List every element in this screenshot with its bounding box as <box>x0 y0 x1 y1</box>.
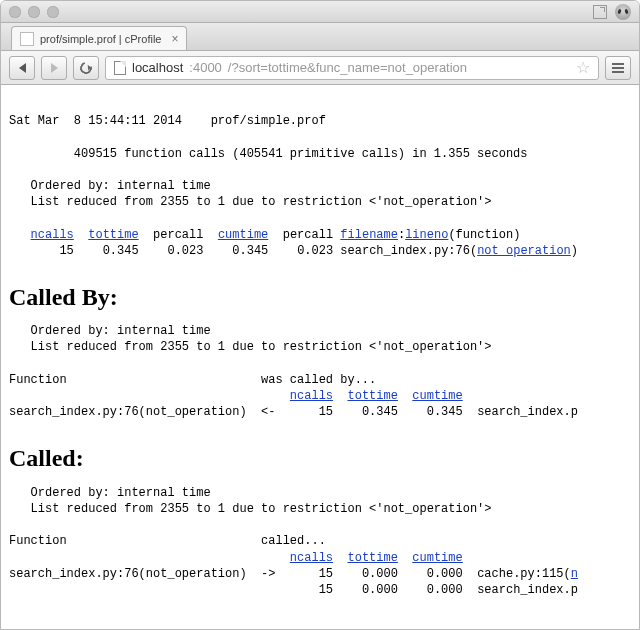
forward-button[interactable] <box>41 56 67 80</box>
called-col-function: Function <box>9 534 67 548</box>
page-content: Sat Mar 8 15:44:11 2014 prof/simple.prof… <box>1 85 639 606</box>
col-header-filename[interactable]: filename <box>340 228 398 242</box>
fullscreen-icon[interactable] <box>593 5 607 19</box>
called-r1-callee-pre: cache.py:115( <box>477 567 571 581</box>
col-header-lineno[interactable]: lineno <box>405 228 448 242</box>
called-r2-callee: search_index.p <box>477 583 578 597</box>
called-by-col-ncalls[interactable]: ncalls <box>290 389 333 403</box>
reload-icon <box>78 59 94 75</box>
called-by-arrow: <- <box>261 405 275 419</box>
bookmark-star-icon[interactable]: ☆ <box>576 58 590 77</box>
called-by-reduced: List reduced from 2355 to 1 due to restr… <box>9 340 491 354</box>
called-reduced: List reduced from 2355 to 1 due to restr… <box>9 502 491 516</box>
avatar-icon[interactable] <box>615 4 631 20</box>
close-tab-icon[interactable]: × <box>171 32 178 46</box>
called-ordered: Ordered by: internal time <box>9 486 211 500</box>
page-favicon-icon <box>20 32 34 46</box>
browser-tab[interactable]: prof/simple.prof | cProfile × <box>11 26 187 50</box>
row-percall2: 0.023 <box>297 244 333 258</box>
row-cumtime: 0.345 <box>232 244 268 258</box>
called-by-ordered: Ordered by: internal time <box>9 324 211 338</box>
row-ncalls: 15 <box>59 244 73 258</box>
called-col-cumtime[interactable]: cumtime <box>412 551 462 565</box>
col-header-percall2: percall <box>283 228 333 242</box>
arrow-left-icon <box>19 63 26 73</box>
called-r1-ncalls: 15 <box>319 567 333 581</box>
back-button[interactable] <box>9 56 35 80</box>
window-titlebar <box>1 1 639 23</box>
minimize-window-button[interactable] <box>28 6 40 18</box>
called-by-col-wascalled: was called by... <box>261 373 376 387</box>
col-header-tottime[interactable]: tottime <box>88 228 138 242</box>
row-tottime: 0.345 <box>103 244 139 258</box>
called-by-heading: Called By: <box>9 281 631 313</box>
col-header-ncalls[interactable]: ncalls <box>31 228 74 242</box>
row-file-post: ) <box>571 244 578 258</box>
col-header-cumtime[interactable]: cumtime <box>218 228 268 242</box>
called-col-tottime[interactable]: tottime <box>347 551 397 565</box>
traffic-lights <box>9 6 59 18</box>
called-by-col-cumtime[interactable]: cumtime <box>412 389 462 403</box>
zoom-window-button[interactable] <box>47 6 59 18</box>
called-by-col-function: Function <box>9 373 67 387</box>
called-heading: Called: <box>9 442 631 474</box>
called-by-cumtime: 0.345 <box>427 405 463 419</box>
stats-calls-line: 409515 function calls (405541 primitive … <box>9 147 527 161</box>
col-header-percall: percall <box>153 228 203 242</box>
called-r2-cumtime: 0.000 <box>427 583 463 597</box>
row-func-link[interactable]: not_operation <box>477 244 571 258</box>
close-window-button[interactable] <box>9 6 21 18</box>
row-file-pre: search_index.py:76( <box>340 244 477 258</box>
browser-toolbar: localhost:4000/?sort=tottime&func_name=n… <box>1 51 639 85</box>
reload-button[interactable] <box>73 56 99 80</box>
stats-date-line: Sat Mar 8 15:44:11 2014 prof/simple.prof <box>9 114 326 128</box>
called-col-ncalls[interactable]: ncalls <box>290 551 333 565</box>
address-bar[interactable]: localhost:4000/?sort=tottime&func_name=n… <box>105 56 599 80</box>
called-func: search_index.py:76(not_operation) <box>9 567 247 581</box>
stats-reduced-line: List reduced from 2355 to 1 due to restr… <box>9 195 491 209</box>
stats-ordered-line: Ordered by: internal time <box>9 179 211 193</box>
called-by-func: search_index.py:76(not_operation) <box>9 405 247 419</box>
url-port: :4000 <box>189 60 222 75</box>
called-r2-tottime: 0.000 <box>362 583 398 597</box>
url-host: localhost <box>132 60 183 75</box>
called-by-ncalls: 15 <box>319 405 333 419</box>
called-r1-tottime: 0.000 <box>362 567 398 581</box>
called-by-col-tottime[interactable]: tottime <box>347 389 397 403</box>
called-r1-callee-link[interactable]: n <box>571 567 578 581</box>
row-percall1: 0.023 <box>167 244 203 258</box>
url-path: /?sort=tottime&func_name=not_operation <box>228 60 467 75</box>
arrow-right-icon <box>51 63 58 73</box>
called-arrow: -> <box>261 567 275 581</box>
called-r2-ncalls: 15 <box>319 583 333 597</box>
tab-bar: prof/simple.prof | cProfile × <box>1 23 639 51</box>
tab-title: prof/simple.prof | cProfile <box>40 33 161 45</box>
page-icon <box>114 61 126 75</box>
chrome-menu-button[interactable] <box>605 56 631 80</box>
called-col-called: called... <box>261 534 326 548</box>
called-by-caller: search_index.p <box>477 405 578 419</box>
col-header-function: (function) <box>448 228 520 242</box>
called-r1-cumtime: 0.000 <box>427 567 463 581</box>
called-by-tottime: 0.345 <box>362 405 398 419</box>
